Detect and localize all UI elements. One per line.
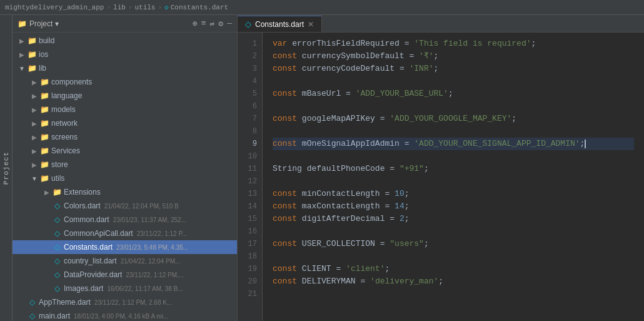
line-num-2: 2 [238, 50, 262, 63]
tree-item-ios[interactable]: ▶ 📁 ios [13, 48, 237, 61]
tree-item-lib[interactable]: ▼ 📁 lib [13, 61, 237, 75]
line-numbers: 1 2 3 4 5 6 7 8 9 10 11 12 13 14 15 16 1… [238, 33, 263, 321]
item-name-store: store [51, 160, 68, 169]
tree-item-network[interactable]: ▶ 📁 network [13, 116, 237, 130]
tree-item-constants-dart[interactable]: ▶ ◇ Constants.dart 23/01/23, 5:48 PM, 4.… [13, 240, 237, 254]
breadcrumb-file: ◇Constants.dart [164, 3, 228, 11]
line-num-15: 15 [238, 213, 262, 225]
line-num-9: 9 [238, 138, 262, 150]
main-layout: Project 📁 Project ▾ ⊕ ≡ ⇌ ⚙ — ▶ 📁 [0, 15, 644, 321]
tab-close-button[interactable]: ✕ [308, 20, 314, 29]
code-line-16 [273, 225, 634, 238]
breadcrumb-utils[interactable]: utils [134, 4, 155, 11]
tree-item-main-dart[interactable]: ▶ ◇ main.dart 18/01/23, 4:00 PM, 4.16 kB… [13, 309, 237, 321]
tree-item-models[interactable]: ▶ 📁 models [13, 103, 237, 116]
tree-item-colors-dart[interactable]: ▶ ◇ Colors.dart 21/04/22, 12:04 PM, 510 … [13, 199, 237, 213]
tab-label: Constants.dart [255, 20, 304, 29]
tab-bar: ◇ Constants.dart ✕ [238, 15, 644, 33]
line-num-4: 4 [238, 75, 262, 88]
editor-area: ◇ Constants.dart ✕ 1 2 3 4 5 6 7 8 9 10 … [238, 15, 644, 321]
folder-icon-network: 📁 [39, 119, 50, 128]
code-line-21 [273, 288, 634, 300]
item-name-language: language [51, 91, 82, 100]
code-line-15: const digitAfterDecimal = 2; [273, 213, 634, 225]
item-name-apptheme: AppTheme.dart [39, 298, 91, 307]
line-num-17: 17 [238, 238, 262, 250]
dart-icon-apptheme: ◇ [26, 298, 38, 307]
code-line-9: const mOneSignalAppIdAdmin = 'ADD_YOUR_O… [273, 138, 634, 150]
breadcrumb-lib[interactable]: lib [113, 4, 126, 11]
tree-item-build[interactable]: ▶ 📁 build [13, 34, 237, 48]
line-num-10: 10 [238, 150, 262, 163]
code-line-10 [273, 150, 634, 163]
file-tree-panel: 📁 Project ▾ ⊕ ≡ ⇌ ⚙ — ▶ 📁 build ▶ [13, 15, 238, 321]
item-name-commonapicall: CommonApiCall.dart [64, 229, 133, 238]
breadcrumb-sep1: › [106, 4, 111, 11]
editor-content[interactable]: 1 2 3 4 5 6 7 8 9 10 11 12 13 14 15 16 1… [238, 33, 644, 321]
breadcrumb-project[interactable]: mightydelivery_admin_app [5, 4, 104, 11]
tree-item-store[interactable]: ▶ 📁 store [13, 158, 237, 171]
line-num-3: 3 [238, 63, 262, 75]
code-line-7: const googleMapAPIKey = 'ADD_YOUR_GOOGLE… [273, 113, 634, 125]
expand-all-icon[interactable]: ≡ [201, 19, 206, 28]
tree-item-apptheme-dart[interactable]: ▶ ◇ AppTheme.dart 23/11/22, 1:12 PM, 2.6… [13, 295, 237, 309]
toolbar-icons: ⊕ ≡ ⇌ ⚙ — [193, 19, 232, 29]
tree-item-services[interactable]: ▶ 📁 Services [13, 144, 237, 158]
breadcrumb-bar: mightydelivery_admin_app › lib › utils ›… [0, 0, 644, 15]
tree-item-images-dart[interactable]: ▶ ◇ Images.dart 16/06/22, 11:17 AM, 38 B… [13, 282, 237, 295]
arrow-extensions: ▶ [43, 189, 51, 196]
arrow-lib: ▼ [18, 65, 26, 72]
project-panel-label[interactable]: Project [0, 15, 13, 321]
item-name-countrylist: country_list.dart [64, 257, 117, 265]
arrow-models: ▶ [30, 106, 39, 113]
item-name-extensions: Extensions [64, 188, 101, 196]
item-name-constants: Constants.dart [64, 243, 113, 252]
minimize-icon[interactable]: — [227, 19, 232, 28]
dart-icon-countrylist: ◇ [51, 257, 63, 265]
folder-icon: 📁 [18, 19, 27, 28]
item-meta-commonapicall: 23/11/22, 1:12 P... [137, 230, 187, 237]
line-num-21: 21 [238, 288, 262, 300]
line-num-20: 20 [238, 275, 262, 288]
tree-item-components[interactable]: ▶ 📁 components [13, 75, 237, 89]
collapse-all-icon[interactable]: ⇌ [210, 19, 215, 29]
code-area[interactable]: var errorThisFieldRequired = 'This field… [263, 33, 644, 321]
code-line-2: const currencySymbolDefault = '₹'; [273, 50, 634, 63]
item-name-main: main.dart [39, 312, 70, 320]
code-line-13: const minContactLength = 10; [273, 188, 634, 200]
file-tree-content[interactable]: ▶ 📁 build ▶ 📁 ios ▼ 📁 lib ▶ 📁 components [13, 33, 237, 321]
item-name-services: Services [51, 146, 80, 155]
line-num-19: 19 [238, 263, 262, 275]
dart-icon-common: ◇ [51, 215, 63, 224]
line-num-14: 14 [238, 200, 262, 213]
tree-item-dataprovider-dart[interactable]: ▶ ◇ DataProvider.dart 23/11/22, 1:12 PM,… [13, 268, 237, 282]
settings-icon[interactable]: ⚙ [218, 19, 223, 29]
item-name-utils: utils [51, 174, 64, 183]
item-name-colors: Colors.dart [64, 201, 101, 210]
folder-icon-utils: 📁 [39, 174, 50, 183]
breadcrumb-sep2: › [128, 4, 133, 11]
tree-item-extensions[interactable]: ▶ 📁 Extensions [13, 185, 237, 199]
file-tree-toolbar: 📁 Project ▾ ⊕ ≡ ⇌ ⚙ — [13, 15, 237, 33]
folder-icon-lib: 📁 [26, 64, 38, 73]
line-num-5: 5 [238, 88, 262, 100]
locate-icon[interactable]: ⊕ [193, 19, 198, 29]
folder-icon-store: 📁 [39, 160, 50, 169]
item-name-network: network [51, 119, 78, 128]
line-num-13: 13 [238, 188, 262, 200]
tree-item-countrylist-dart[interactable]: ▶ ◇ country_list.dart 21/04/22, 12:04 PM… [13, 254, 237, 268]
tree-item-language[interactable]: ▶ 📁 language [13, 89, 237, 103]
folder-icon-screens: 📁 [39, 133, 50, 141]
tab-constants-dart[interactable]: ◇ Constants.dart ✕ [238, 16, 322, 32]
dart-icon-constants: ◇ [51, 243, 63, 252]
item-name-models: models [51, 105, 76, 114]
line-num-1: 1 [238, 38, 262, 50]
line-num-12: 12 [238, 175, 262, 188]
tree-item-common-dart[interactable]: ▶ ◇ Common.dart 23/01/23, 11:37 AM, 252.… [13, 213, 237, 227]
tree-item-utils[interactable]: ▼ 📁 utils [13, 171, 237, 185]
item-meta-images: 16/06/22, 11:17 AM, 38 B... [107, 285, 183, 292]
arrow-components: ▶ [30, 79, 39, 86]
tree-item-screens[interactable]: ▶ 📁 screens [13, 130, 237, 144]
tree-item-commonapicall-dart[interactable]: ▶ ◇ CommonApiCall.dart 23/11/22, 1:12 P.… [13, 227, 237, 240]
folder-icon-models: 📁 [39, 105, 50, 114]
